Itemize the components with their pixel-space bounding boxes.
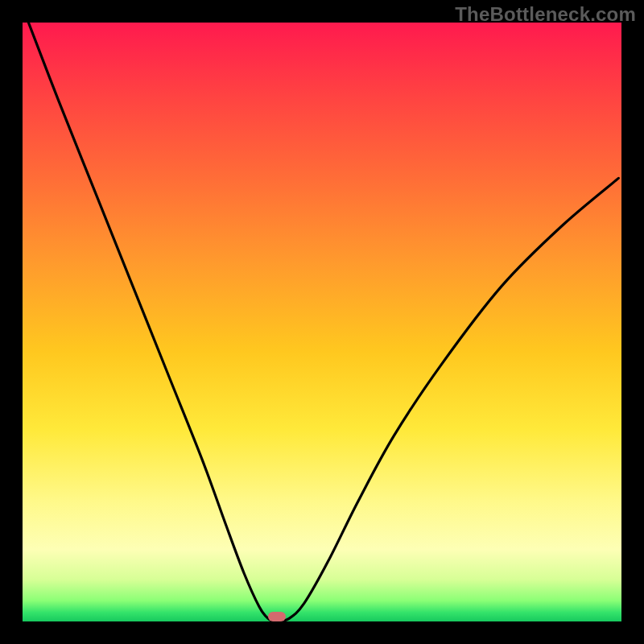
chart-frame: TheBottleneck.com: [0, 0, 644, 644]
bottleneck-curve: [23, 23, 621, 621]
curve-path: [28, 23, 618, 621]
optimum-marker: [268, 612, 286, 621]
plot-area: [23, 23, 621, 621]
